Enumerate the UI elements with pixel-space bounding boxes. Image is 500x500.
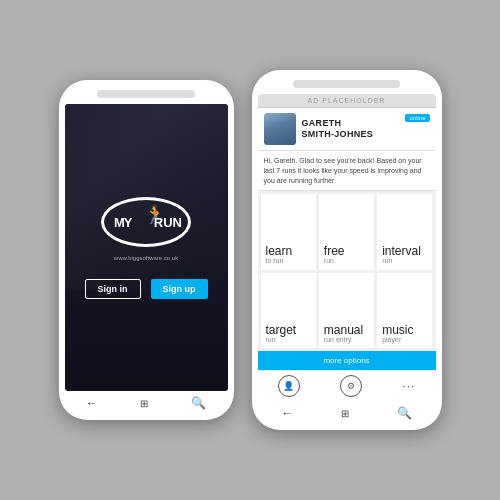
- logo-run: RUN: [154, 214, 182, 229]
- more-options-button[interactable]: more options: [258, 351, 436, 370]
- logo-area: MY 🏃 RUN www.biggsoftware.co.uk: [101, 197, 191, 261]
- main-screen: AD PLACEHOLDER GARETH SMITH-JOHNES onlin…: [258, 94, 436, 401]
- person-icon-button[interactable]: 👤: [278, 375, 300, 397]
- user-name-line2: SMITH-JOHNES: [302, 129, 430, 140]
- tile-target-sub: run: [266, 336, 311, 344]
- tile-free-sub: run: [324, 257, 369, 265]
- avatar-image: [264, 113, 296, 145]
- tile-grid: learn to run free run interval run targe…: [258, 191, 436, 351]
- logo-ellipse: MY 🏃 RUN: [101, 197, 191, 247]
- phone-speaker-right: [293, 80, 400, 88]
- settings-icon-button[interactable]: ⚙: [340, 375, 362, 397]
- auth-buttons: Sign in Sign up: [85, 279, 208, 299]
- logo-website: www.biggsoftware.co.uk: [114, 255, 178, 261]
- more-icon-button[interactable]: ···: [402, 379, 415, 393]
- right-phone: AD PLACEHOLDER GARETH SMITH-JOHNES onlin…: [252, 70, 442, 430]
- online-badge: online: [405, 114, 429, 122]
- tile-learn[interactable]: learn to run: [261, 194, 316, 269]
- logo-my: MY: [114, 214, 132, 229]
- tile-interval-main: interval: [382, 245, 427, 257]
- bottom-icon-bar: 👤 ⚙ ···: [258, 370, 436, 401]
- tile-manual[interactable]: manual run entry: [319, 273, 374, 348]
- tile-interval-sub: run: [382, 257, 427, 265]
- phone-speaker: [97, 90, 195, 98]
- tile-learn-sub: to run: [266, 257, 311, 265]
- left-screen: MY 🏃 RUN www.biggsoftware.co.uk Sign in …: [65, 104, 228, 391]
- tile-learn-main: learn: [266, 245, 311, 257]
- right-screen: AD PLACEHOLDER GARETH SMITH-JOHNES onlin…: [258, 94, 436, 401]
- back-button[interactable]: ←: [86, 396, 98, 410]
- tile-target[interactable]: target run: [261, 273, 316, 348]
- home-button[interactable]: ⊞: [140, 398, 148, 409]
- person-icon: 👤: [283, 381, 294, 391]
- user-header: GARETH SMITH-JOHNES online: [258, 108, 436, 151]
- left-nav-bar: ← ⊞ 🔍: [65, 391, 228, 412]
- signup-button[interactable]: Sign up: [151, 279, 208, 299]
- signin-button[interactable]: Sign in: [85, 279, 141, 299]
- avatar: [264, 113, 296, 145]
- right-search-button[interactable]: 🔍: [397, 406, 412, 420]
- tile-manual-sub: run entry: [324, 336, 369, 344]
- tile-music[interactable]: music player: [377, 273, 432, 348]
- search-button[interactable]: 🔍: [191, 396, 206, 410]
- ad-placeholder: AD PLACEHOLDER: [258, 94, 436, 108]
- tile-manual-main: manual: [324, 324, 369, 336]
- right-home-button[interactable]: ⊞: [341, 408, 349, 419]
- gear-icon: ⚙: [347, 381, 355, 391]
- tile-target-main: target: [266, 324, 311, 336]
- tile-music-main: music: [382, 324, 427, 336]
- right-back-button[interactable]: ←: [281, 406, 293, 420]
- signin-screen: MY 🏃 RUN www.biggsoftware.co.uk Sign in …: [65, 104, 228, 391]
- tile-free[interactable]: free run: [319, 194, 374, 269]
- welcome-message: Hi, Gareth. Glad to see you're back! Bas…: [258, 151, 436, 191]
- left-phone: MY 🏃 RUN www.biggsoftware.co.uk Sign in …: [59, 80, 234, 420]
- tile-music-sub: player: [382, 336, 427, 344]
- tile-interval[interactable]: interval run: [377, 194, 432, 269]
- right-nav-bar: ← ⊞ 🔍: [258, 401, 436, 422]
- tile-free-main: free: [324, 245, 369, 257]
